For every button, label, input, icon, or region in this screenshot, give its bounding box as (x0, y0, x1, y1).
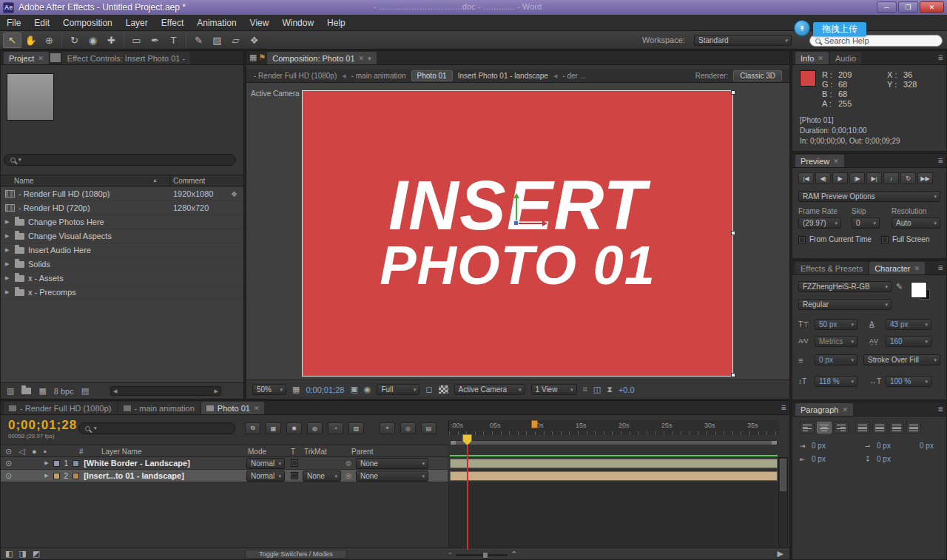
project-row-insert-audio[interactable]: ▶ Insert Audio Here (1, 243, 243, 257)
expand-transfer-controls-icon[interactable]: ◨ (18, 549, 26, 559)
expand-in-out-icon[interactable]: ◩ (33, 549, 40, 559)
skip-dropdown[interactable]: 0 ▾ (852, 217, 880, 229)
space-after-value[interactable]: 0 px (877, 455, 891, 463)
menu-help[interactable]: Help (320, 18, 352, 28)
preview-resolution-dropdown[interactable]: Auto ▾ (892, 217, 940, 229)
solo-icon[interactable]: ● (32, 447, 37, 456)
hide-shy-layers-button[interactable]: ✱ (286, 422, 302, 434)
trash-icon[interactable]: ▤ (81, 386, 89, 396)
eye-icon[interactable]: ⊙ (5, 459, 12, 468)
full-screen-checkbox[interactable] (881, 236, 889, 243)
project-bpc-label[interactable]: 8 bpc (54, 387, 74, 396)
interpret-footage-icon[interactable]: ▥ (7, 386, 14, 396)
layer-row-1[interactable]: ⊙ ▶ 1 [White Border - Landscape] Normal … (1, 457, 448, 470)
column-lay er-name[interactable]: Layer Name (101, 448, 141, 456)
close-icon[interactable]: ✕ (818, 55, 823, 62)
justify-last-left-button[interactable] (855, 422, 870, 434)
scroll-left-icon[interactable]: ◀ (113, 388, 117, 394)
justify-last-right-button[interactable] (889, 422, 904, 434)
close-icon[interactable]: ✕ (38, 55, 44, 62)
panel-menu-icon[interactable]: ≣ (937, 405, 943, 413)
rotation-tool-icon[interactable]: ↻ (65, 33, 84, 48)
frame-blending-button[interactable]: ◍ (307, 422, 323, 434)
tab-effects-presets[interactable]: Effects & Presets (795, 262, 868, 274)
kerning-dropdown[interactable]: Metrics ▾ (815, 336, 857, 347)
type-tool-icon[interactable]: T (164, 33, 183, 48)
layer-name[interactable]: [Insert...to 01 - landscape] (84, 471, 184, 480)
parent-dropdown[interactable]: None ▾ (356, 458, 428, 469)
t-switch[interactable] (291, 472, 298, 479)
audio-icon[interactable]: ◁ (18, 447, 24, 456)
audio-toggle-button[interactable]: ♪ (883, 172, 899, 184)
close-icon[interactable]: ✕ (833, 158, 839, 165)
justify-last-center-button[interactable] (872, 422, 887, 434)
blend-mode-dropdown[interactable]: Normal ▾ (246, 470, 285, 482)
zoom-slider[interactable] (456, 554, 508, 556)
tracking-dropdown[interactable]: 160 ▾ (886, 336, 931, 347)
tab-audio[interactable]: Audio (830, 52, 861, 64)
layer-name[interactable]: [White Border - Landscape] (84, 459, 190, 468)
menu-layer[interactable]: Layer (119, 18, 155, 28)
expander-icon[interactable]: ▶ (5, 247, 11, 253)
stroke-width-dropdown[interactable]: 0 px ▾ (815, 354, 857, 365)
flow-item-render[interactable]: - Render Full HD (1080p) (254, 72, 337, 80)
panel-menu-icon[interactable]: ≣ (937, 264, 943, 271)
maximize-button[interactable]: ❐ (898, 1, 918, 13)
close-icon[interactable]: ✕ (914, 265, 920, 272)
ram-preview-button[interactable]: ▶▶ (917, 172, 933, 184)
flow-item-insert-photo[interactable]: Insert Photo 01 - landscape (458, 72, 548, 80)
brush-tool-icon[interactable]: ✎ (189, 33, 208, 48)
active-camera-dropdown[interactable]: Active Camera ▾ (454, 384, 525, 395)
vertical-scale-dropdown[interactable]: 118 % ▾ (815, 376, 857, 387)
layer-color-chip[interactable] (53, 460, 60, 467)
menu-file[interactable]: File (0, 18, 27, 28)
space-before-value[interactable]: 0 px (812, 455, 826, 463)
close-icon[interactable]: ✕ (842, 406, 848, 414)
track-matte-dropdown[interactable]: None ▾ (303, 470, 341, 482)
eraser-tool-icon[interactable]: ▱ (226, 33, 245, 48)
show-channel-icon[interactable]: ◉ (364, 385, 371, 394)
motion-blur-button[interactable]: ◔ (328, 422, 343, 434)
font-style-dropdown[interactable]: Regular ▾ (798, 299, 892, 310)
expander-icon[interactable]: ▶ (5, 219, 11, 225)
expander-icon[interactable]: ▶ (5, 289, 11, 295)
tab-timeline-photo-01[interactable]: Photo 01 ✕ (201, 402, 265, 414)
close-icon[interactable]: ✕ (254, 405, 260, 412)
snapshot-icon[interactable]: ▣ (350, 385, 357, 394)
tab-project[interactable]: Project ✕ (4, 52, 49, 64)
region-of-interest-icon[interactable]: ◻ (425, 385, 432, 394)
fill-color-swatch[interactable] (911, 282, 927, 298)
pickwhip-icon[interactable]: ◎ (346, 472, 351, 479)
anchor-point-gizmo[interactable] (513, 220, 519, 226)
expander-icon[interactable]: ▶ (44, 460, 48, 466)
tab-effect-controls[interactable]: Effect Controls: Insert Photo 01 - (62, 52, 190, 64)
parent-dropdown[interactable]: None ▾ (356, 470, 428, 482)
minimize-button[interactable]: ─ (877, 1, 897, 13)
zoom-slider-handle[interactable] (482, 552, 488, 559)
pixel-aspect-icon[interactable]: ⌗ (583, 385, 587, 394)
work-area-bar[interactable] (450, 440, 778, 445)
flowchart-button-icon[interactable]: ⧗ (607, 385, 613, 394)
leading-dropdown[interactable]: 43 px ▾ (886, 319, 931, 330)
renderer-button[interactable]: Classic 3D (733, 70, 782, 81)
zoom-out-icon[interactable]: ⌃ (448, 552, 453, 559)
drag-upload-button[interactable]: 拖拽上传 (813, 22, 866, 36)
horizontal-scale-dropdown[interactable]: 100 % ▾ (886, 376, 931, 387)
chevron-down-icon[interactable]: ▾ (368, 55, 371, 62)
pen-tool-icon[interactable]: ✒ (146, 33, 164, 48)
selection-tool-icon[interactable]: ↖ (3, 33, 21, 48)
current-time-indicator-line[interactable] (467, 445, 468, 550)
graph-options-button[interactable]: ▤ (421, 422, 437, 434)
toggle-switches-modes-button[interactable]: Toggle Switches / Modes (245, 550, 347, 559)
tab-timeline-render[interactable]: - Render Full HD (1080p) (4, 402, 117, 414)
eye-icon[interactable]: ⊙ (5, 471, 12, 481)
flow-item-photo-01[interactable]: Photo 01 (411, 70, 453, 81)
upload-tool-icon[interactable]: ↟ (794, 20, 810, 36)
flow-item-der[interactable]: - der ... (562, 72, 586, 80)
stroke-style-dropdown[interactable]: Stroke Over Fill ▾ (863, 354, 940, 365)
project-row-precomps[interactable]: ▶ x - Precomps (1, 286, 243, 300)
expander-icon[interactable]: ▶ (44, 473, 48, 479)
zoom-in-icon[interactable]: ⌃ (510, 550, 518, 560)
expand-layer-switches-icon[interactable]: ◧ (5, 549, 13, 559)
resize-handle[interactable] (731, 373, 735, 377)
